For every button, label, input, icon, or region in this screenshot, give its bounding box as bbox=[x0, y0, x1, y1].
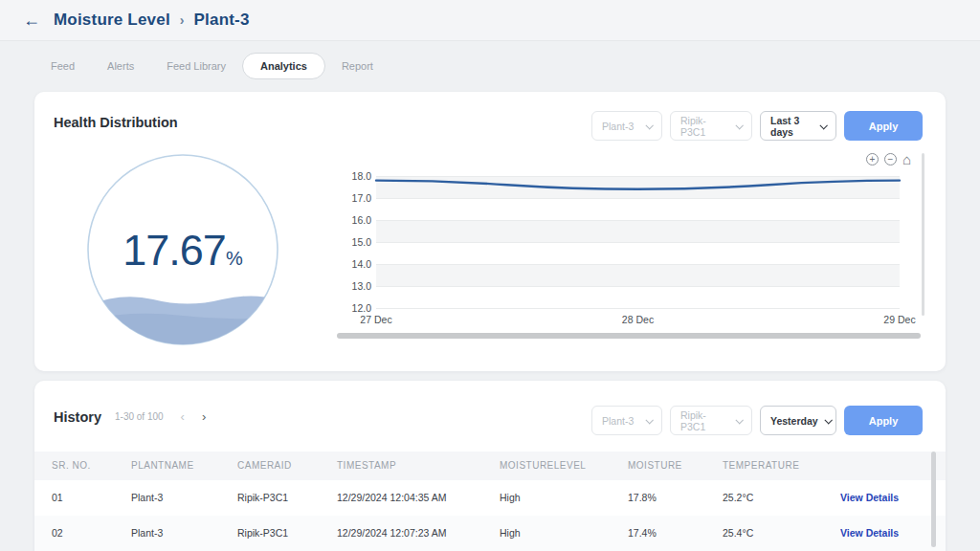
gauge-number: 17.67 bbox=[122, 226, 226, 275]
table-cell: High bbox=[500, 527, 521, 539]
y-axis-tick: 16.0 bbox=[352, 214, 371, 226]
history-apply-button[interactable]: Apply bbox=[844, 406, 923, 435]
history-date-range-value: Yesterday bbox=[770, 415, 818, 427]
chart-xticks: 27 Dec28 Dec29 Dec bbox=[376, 314, 900, 327]
chart-plot bbox=[376, 176, 900, 308]
tab-alerts[interactable]: Alerts bbox=[91, 60, 150, 72]
table-cell: 17.4% bbox=[628, 527, 657, 539]
history-plant-dropdown[interactable]: Plant-3 bbox=[591, 406, 662, 435]
history-card-title: History bbox=[54, 409, 101, 425]
table-body: 01Plant-3Ripik-P3C112/29/2024 12:04:35 A… bbox=[34, 480, 946, 551]
plant-dropdown-value: Plant-3 bbox=[602, 121, 634, 132]
tab-bar: FeedAlertsFeed LibraryAnalyticsReport bbox=[34, 52, 390, 80]
y-axis-tick: 12.0 bbox=[352, 302, 371, 314]
view-details-link[interactable]: View Details bbox=[840, 527, 899, 539]
x-axis-tick: 27 Dec bbox=[360, 314, 391, 325]
column-header: TIMESTAMP bbox=[337, 460, 396, 471]
pagination-range: 1-30 of 100 bbox=[115, 411, 164, 422]
y-axis-tick: 14.0 bbox=[352, 258, 371, 270]
chart-vertical-scrollbar[interactable] bbox=[922, 153, 924, 316]
moisture-gauge: 17.67% bbox=[84, 151, 281, 348]
table-cell: 25.4°C bbox=[723, 527, 753, 539]
history-filters: Plant-3 Ripik-P3C1 Yesterday Apply bbox=[591, 406, 923, 435]
chart-yticks: 18.017.016.015.014.013.012.0 bbox=[337, 176, 371, 310]
pagination-prev-icon[interactable]: ‹ bbox=[181, 412, 185, 422]
health-distribution-card: Health Distribution Plant-3 Ripik-P3C1 L… bbox=[34, 92, 946, 371]
camera-dropdown-value: Ripik-P3C1 bbox=[680, 115, 729, 138]
table-cell: 12/29/2024 12:07:23 AM bbox=[337, 527, 446, 539]
y-axis-tick: 15.0 bbox=[352, 236, 371, 248]
history-plant-value: Plant-3 bbox=[602, 415, 634, 427]
column-header: SR. NO. bbox=[52, 460, 91, 471]
history-camera-dropdown[interactable]: Ripik-P3C1 bbox=[670, 406, 752, 435]
table-row: 02Plant-3Ripik-P3C112/29/2024 12:07:23 A… bbox=[34, 516, 946, 551]
breadcrumb-separator-icon: › bbox=[180, 12, 185, 28]
tab-feed[interactable]: Feed bbox=[34, 60, 91, 72]
table-vertical-scrollbar[interactable] bbox=[931, 452, 936, 547]
table-cell: Plant-3 bbox=[131, 527, 163, 539]
chevron-down-icon bbox=[735, 416, 743, 424]
pagination-next-icon[interactable]: › bbox=[202, 412, 206, 422]
table-cell: 12/29/2024 12:04:35 AM bbox=[337, 492, 446, 503]
breadcrumb-subtitle: Plant-3 bbox=[194, 11, 250, 30]
y-axis-tick: 17.0 bbox=[352, 192, 371, 204]
camera-dropdown[interactable]: Ripik-P3C1 bbox=[670, 111, 752, 141]
chart-line-svg bbox=[376, 176, 663, 320]
table-cell: Plant-3 bbox=[131, 492, 163, 503]
tab-feed-library[interactable]: Feed Library bbox=[150, 60, 242, 72]
chart-horizontal-scrollbar[interactable] bbox=[337, 333, 921, 339]
table-cell: 17.8% bbox=[628, 492, 657, 503]
health-card-title: Health Distribution bbox=[54, 115, 178, 130]
column-header: CAMERAID bbox=[237, 460, 292, 471]
table-cell: 01 bbox=[52, 492, 63, 503]
tab-report[interactable]: Report bbox=[325, 60, 390, 72]
gauge-value: 17.67% bbox=[84, 226, 281, 276]
table-cell: Ripik-P3C1 bbox=[237, 492, 288, 503]
column-header: MOISTURELEVEL bbox=[500, 460, 586, 471]
x-axis-tick: 29 Dec bbox=[883, 314, 915, 325]
tab-analytics[interactable]: Analytics bbox=[242, 53, 325, 79]
gauge-unit: % bbox=[226, 248, 243, 269]
date-range-dropdown[interactable]: Last 3 days bbox=[760, 111, 836, 141]
gauge-wave bbox=[84, 296, 281, 348]
page-header: ← Moisture Level › Plant-3 bbox=[0, 0, 980, 41]
column-header: TEMPERATURE bbox=[723, 460, 799, 471]
chevron-down-icon bbox=[645, 416, 653, 424]
zoom-out-icon[interactable]: − bbox=[884, 153, 897, 165]
table-header: SR. NO.PLANTNAMECAMERAIDTIMESTAMPMOISTUR… bbox=[34, 452, 946, 480]
plant-dropdown[interactable]: Plant-3 bbox=[591, 111, 662, 141]
view-details-link[interactable]: View Details bbox=[840, 492, 899, 503]
chevron-down-icon bbox=[824, 416, 832, 424]
x-axis-tick: 28 Dec bbox=[622, 314, 654, 325]
table-cell: Ripik-P3C1 bbox=[237, 527, 288, 539]
home-icon[interactable]: ⌂ bbox=[902, 153, 911, 165]
chevron-down-icon bbox=[735, 121, 743, 129]
zoom-in-icon[interactable]: + bbox=[866, 153, 879, 165]
column-header: PLANTNAME bbox=[131, 460, 194, 471]
table-row: 01Plant-3Ripik-P3C112/29/2024 12:04:35 A… bbox=[34, 480, 946, 516]
date-range-value: Last 3 days bbox=[770, 115, 813, 138]
y-axis-tick: 18.0 bbox=[352, 170, 371, 182]
history-card: History 1-30 of 100 ‹ › Plant-3 Ripik-P3… bbox=[34, 381, 946, 551]
back-arrow-icon[interactable]: ← bbox=[23, 11, 40, 31]
health-filters: Plant-3 Ripik-P3C1 Last 3 days Apply bbox=[591, 111, 923, 141]
moisture-line-chart: + − ⌂ 18.017.016.015.014.013.012.0 27 De… bbox=[337, 153, 924, 344]
column-header: MOISTURE bbox=[628, 460, 682, 471]
apply-button[interactable]: Apply bbox=[844, 111, 923, 141]
history-date-range-dropdown[interactable]: Yesterday bbox=[760, 406, 836, 435]
history-camera-value: Ripik-P3C1 bbox=[680, 409, 729, 432]
y-axis-tick: 13.0 bbox=[352, 280, 371, 292]
chevron-down-icon bbox=[645, 121, 653, 129]
table-cell: 25.2°C bbox=[723, 492, 753, 503]
table-cell: High bbox=[500, 492, 521, 503]
breadcrumb-title: Moisture Level bbox=[54, 11, 170, 30]
table-cell: 02 bbox=[52, 527, 63, 539]
chart-toolbar: + − ⌂ bbox=[866, 153, 911, 165]
pagination: 1-30 of 100 ‹ › bbox=[115, 411, 206, 422]
chevron-down-icon bbox=[819, 121, 827, 129]
